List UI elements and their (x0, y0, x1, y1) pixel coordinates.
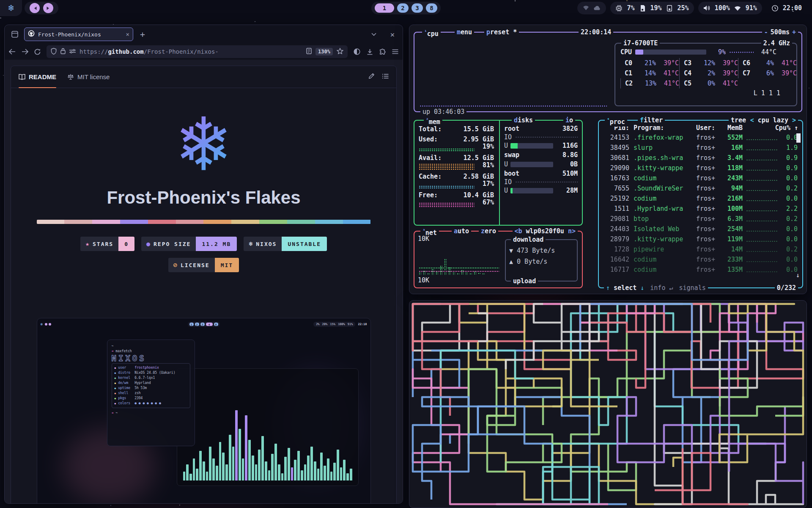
process-user: fros+ (696, 255, 721, 264)
cpu-box-title: cpu (427, 30, 439, 38)
process-mem: 94M (721, 184, 743, 193)
mini-workspaces: 12348 (188, 322, 220, 327)
workspace-8[interactable]: 8 (214, 323, 218, 326)
process-row[interactable]: 1728 pipewire fros+ 14M 0.2 (603, 244, 798, 254)
process-scrollbar[interactable] (796, 133, 801, 143)
url-scheme: https:// (80, 48, 108, 55)
audio-network[interactable]: 100% 91% (698, 2, 762, 14)
process-row[interactable]: 24403 Isolated Web fros+ 254M 0.0 (603, 224, 798, 234)
interval-minus[interactable]: - (764, 28, 768, 37)
download-label: download (513, 236, 543, 243)
url-bar[interactable]: https://github.com/Frost-Phoenix/nixos- … (47, 45, 348, 58)
bookmark-star-icon[interactable] (337, 48, 343, 55)
forward-button[interactable] (22, 49, 28, 55)
process-row[interactable]: 16763 codium fros+ 243M 0.0 (603, 173, 798, 183)
workspace-3[interactable]: 3 (200, 323, 205, 326)
badge-value-text: UNSTABLE (282, 237, 327, 251)
interval-plus[interactable]: + (792, 28, 796, 37)
media-previous-button[interactable] (30, 3, 40, 13)
list-tabs-button[interactable] (368, 28, 380, 40)
menu-icon[interactable] (392, 49, 398, 54)
process-row[interactable]: 7655 .SoundWireSer fros+ 94M 0.2 (603, 183, 798, 193)
cpu-total-percent: 9% (710, 47, 726, 57)
process-row[interactable]: 1511 .Hyprland-wra fros+ 100M 2.2 (603, 204, 798, 214)
process-row[interactable]: 38495 slurp fros+ 16M 1.9 (603, 143, 798, 153)
weather-widget[interactable] (577, 2, 606, 14)
process-row[interactable]: 29081 btop fros+ 6.3M 0.2 (603, 214, 798, 224)
workspace-1[interactable]: 1 (189, 323, 194, 326)
edit-pencil-icon[interactable] (368, 73, 375, 81)
readme-card: README MIT license ❄ (11, 66, 397, 503)
visualizer-bar (248, 440, 251, 480)
new-tab-button[interactable]: + (137, 28, 148, 40)
process-row[interactable]: 24153 .firefox-wrap fros+ 552M 0.0 (603, 133, 798, 143)
outline-list-icon[interactable] (382, 73, 389, 81)
mem-avail-label: Avail: (419, 153, 447, 163)
mem-used-label: Used: (419, 135, 447, 144)
workspace-4[interactable]: 4 (206, 323, 213, 326)
badge-value-text: MIT (215, 258, 239, 272)
process-mem: 16M (721, 143, 743, 152)
process-row[interactable]: 28979 .kitty-wrappe fros+ 119M 0.0 (603, 234, 798, 244)
signals-control[interactable]: signals (679, 283, 706, 293)
net-zero-button[interactable]: zero (479, 226, 498, 236)
process-pid: 16763 (603, 174, 629, 183)
process-user: fros+ (696, 204, 721, 213)
launcher-button[interactable]: ❄ (0, 0, 22, 16)
proc-sort-control[interactable]: < cpu lazy > (748, 116, 798, 125)
proc-sort-value: cpu lazy (758, 116, 788, 124)
back-button[interactable] (9, 49, 16, 55)
clock-widget[interactable]: 22:00 (766, 2, 807, 14)
reader-mode-icon[interactable] (306, 48, 312, 55)
mini-stats: 2%20%15%100%91% (313, 322, 355, 327)
net-auto-button[interactable]: auto (452, 226, 471, 236)
process-cpu: 0.2 (779, 214, 798, 224)
workspace-2[interactable]: 2 (397, 3, 409, 13)
media-next-button[interactable] (43, 3, 53, 13)
window-close-button[interactable]: × (387, 28, 398, 40)
net-interface-switcher[interactable]: <b wlp0s20f0u n> (513, 226, 578, 236)
status-bar: ❄ 1238 7% 19% (0, 0, 812, 16)
permissions-icon[interactable] (69, 48, 76, 55)
browser-tab[interactable]: Frost-Phoenix/nixos × (24, 28, 133, 41)
process-user: fros+ (696, 214, 721, 224)
tab-mit-license[interactable]: MIT license (67, 66, 110, 88)
process-row[interactable]: 30681 .pipes.sh-wra fros+ 3.4M 0.9 (603, 153, 798, 163)
menu-button[interactable]: menu (455, 28, 474, 37)
process-pid: 29081 (603, 214, 629, 224)
preset-button[interactable]: preset * (484, 28, 519, 37)
workspace-3[interactable]: 3 (411, 3, 423, 13)
account-icon[interactable] (354, 48, 360, 55)
info-control[interactable]: info ↵ (650, 283, 673, 293)
update-interval-control[interactable]: -500ms+ (762, 28, 798, 37)
disk-used: 0B (556, 160, 578, 169)
proc-filter-button[interactable]: filter (638, 116, 665, 125)
core-percent: 12% (697, 58, 715, 68)
process-row[interactable]: 25192 codium fros+ 216M 0.0 (603, 193, 798, 204)
readme-screenshot-image[interactable]: ❄ 12348 2%20%15%100%91% 22:18 ~ ➜ maxfet… (37, 318, 371, 503)
extensions-icon[interactable] (379, 49, 386, 55)
process-user: fros+ (696, 153, 721, 163)
system-stats[interactable]: 7% 19% 25% (610, 2, 694, 14)
workspace-8[interactable]: 8 (426, 3, 437, 13)
shield-icon[interactable] (51, 48, 57, 56)
zoom-level-badge[interactable]: 130% (315, 48, 333, 55)
firefox-view-button[interactable] (9, 28, 21, 40)
badge-label-text: REPO SIZE (154, 241, 191, 247)
reload-button[interactable] (34, 49, 41, 55)
visualizer-bar (203, 461, 205, 481)
tab-close-icon[interactable]: × (126, 31, 129, 38)
proc-tree-button[interactable]: tree (729, 116, 748, 125)
header-user[interactable]: User: (696, 123, 721, 133)
tab-readme[interactable]: README (19, 66, 56, 88)
process-row[interactable]: 16717 codium fros+ 135M 0.0 (603, 265, 798, 275)
io-title: o (569, 116, 573, 124)
process-row[interactable]: 16642 codium fros+ 233M 0.0 (603, 254, 798, 265)
workspace-1[interactable]: 1 (375, 3, 394, 13)
select-control[interactable]: ↑ select ↓ (606, 283, 644, 293)
lock-icon[interactable] (60, 48, 66, 55)
download-icon[interactable] (367, 49, 373, 55)
workspace-2[interactable]: 2 (195, 323, 199, 326)
process-row[interactable]: 29090 .kitty-wrappe fros+ 118M 0.9 (603, 163, 798, 173)
process-pid: 7655 (603, 184, 629, 193)
